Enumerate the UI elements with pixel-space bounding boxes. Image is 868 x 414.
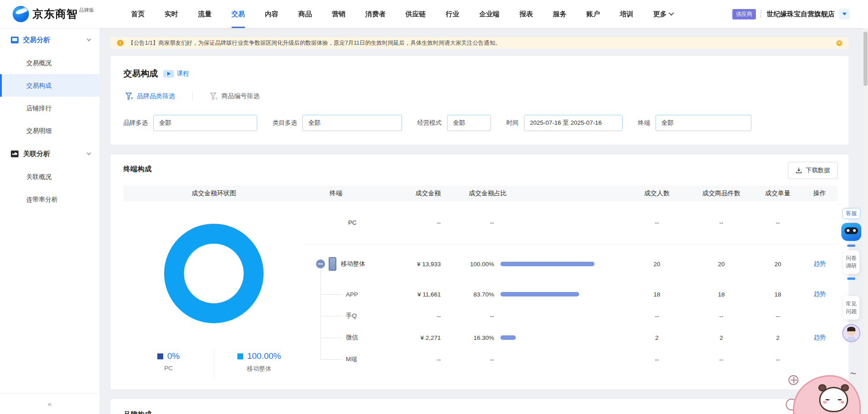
filter-input-品牌多选[interactable]: 全部 xyxy=(153,115,257,131)
orders-cell: 2 xyxy=(754,334,802,341)
filter-tabs: R品牌品类筛选S商品编号筛选 xyxy=(123,91,836,101)
nav-item-企业端[interactable]: 企业端 xyxy=(469,0,509,28)
nav-item-行业[interactable]: 行业 xyxy=(436,0,469,28)
minimize-handle-2[interactable] xyxy=(847,278,855,280)
orders-cell: -- xyxy=(754,219,802,226)
users-cell: 20 xyxy=(625,261,689,268)
legend-item-移动整体: 100.00%移动整体 xyxy=(214,349,305,377)
column-header-操作: 操作 xyxy=(802,189,838,198)
nav-item-供应链[interactable]: 供应链 xyxy=(396,0,436,28)
trend-link[interactable]: 趋势 xyxy=(814,334,826,341)
nav-item-消费者[interactable]: 消费者 xyxy=(355,0,396,28)
action-cell: 趋势 xyxy=(802,260,838,268)
main-content: ! 【公告1/1】商家朋友们好，为保证品牌版行业竞争数据区间化升级后的数据体验，… xyxy=(99,28,868,414)
assistant-avatar[interactable] xyxy=(842,324,860,342)
table-row-APP: APP¥ 11,66183.70%181818趋势 xyxy=(304,283,838,305)
ratio-cell: -- xyxy=(449,313,625,320)
nav-item-营销[interactable]: 营销 xyxy=(322,0,355,28)
sidebar-item-店铺排行[interactable]: 店铺排行 xyxy=(0,97,99,119)
ratio-percent: -- xyxy=(449,356,494,363)
items-cell: 18 xyxy=(689,291,754,298)
trend-link[interactable]: 趋势 xyxy=(814,260,826,267)
chevron-down-icon xyxy=(669,10,674,15)
filter-tab-品牌品类筛选[interactable]: R品牌品类筛选 xyxy=(123,92,177,100)
table-row-移动整体: 移动整体¥ 13,933100.00%202020趋势 xyxy=(304,245,838,283)
shop-switch-dropdown[interactable] xyxy=(839,9,850,19)
role-badge: 供应商 xyxy=(732,9,756,19)
page-scrollbar[interactable] xyxy=(863,28,868,414)
survey-button[interactable]: 问卷调研 xyxy=(843,250,859,274)
items-cell: -- xyxy=(689,313,754,320)
sidebar-section-交易分析[interactable]: 交易分析 xyxy=(0,28,99,52)
nav-item-培训[interactable]: 培训 xyxy=(610,0,643,28)
sidebar-item-交易概况[interactable]: 交易概况 xyxy=(0,52,99,74)
filter-card: 交易构成 课程 R品牌品类筛选S商品编号筛选 品牌多选全部类目多选全部经营模式全… xyxy=(111,56,849,145)
legend-item-PC: 0%PC xyxy=(123,349,214,377)
nav-item-实时[interactable]: 实时 xyxy=(155,0,188,28)
column-header-成交单量: 成交单量 xyxy=(754,189,802,198)
logo-text: 京东商智 xyxy=(33,5,78,23)
items-cell: 20 xyxy=(689,261,754,268)
nav-item-首页[interactable]: 首页 xyxy=(121,0,155,28)
table-row-PC: PC---------- xyxy=(304,201,838,245)
sidebar-item-关联概况[interactable]: 关联概况 xyxy=(0,165,99,188)
nav-item-交易[interactable]: 交易 xyxy=(222,0,255,28)
customer-service-label[interactable]: 客服 xyxy=(842,208,860,219)
amount-cell: -- xyxy=(368,219,449,226)
filter-input-时间[interactable]: 2025-07-16 至 2025-07-16 xyxy=(524,115,623,131)
funnel-icon: R xyxy=(125,92,133,100)
nav-item-商品[interactable]: 商品 xyxy=(288,0,322,28)
amount-cell: ¥ 11,661 xyxy=(368,291,449,298)
collapse-minus-icon[interactable] xyxy=(316,259,325,268)
announcement-text: 【公告1/1】商家朋友们好，为保证品牌版行业竞争数据区间化升级后的数据体验，原定… xyxy=(128,39,836,47)
caret-down-icon xyxy=(842,13,847,15)
nav-item-内容[interactable]: 内容 xyxy=(255,0,288,28)
panda-face xyxy=(819,387,848,412)
nav-item-更多[interactable]: 更多 xyxy=(643,0,683,28)
sidebar-collapse-button[interactable]: « xyxy=(0,393,99,414)
ratio-percent: -- xyxy=(449,313,494,320)
orders-cell: -- xyxy=(754,356,802,363)
ratio-bar xyxy=(500,262,594,266)
nav-item-报表[interactable]: 报表 xyxy=(509,0,543,28)
users-cell: 2 xyxy=(625,334,689,341)
chatbot-icon[interactable] xyxy=(841,223,861,241)
faq-button[interactable]: 常见问题 xyxy=(843,296,859,320)
legend-swatch xyxy=(237,353,243,359)
users-cell: -- xyxy=(625,219,689,226)
logo-edition-badge: 品牌版 xyxy=(79,7,94,13)
filter-input-终端[interactable]: 全部 xyxy=(656,115,751,131)
brand-composition-card: 品牌构成 xyxy=(111,399,849,414)
download-data-button[interactable]: 下载数据 xyxy=(788,162,838,179)
nav-item-服务[interactable]: 服务 xyxy=(543,0,576,28)
orders-cell: 18 xyxy=(754,291,802,298)
orders-cell: 20 xyxy=(754,261,802,268)
filter-tab-商品编号筛选[interactable]: S商品编号筛选 xyxy=(208,92,261,100)
scrollbar-thumb[interactable] xyxy=(863,32,868,86)
terminal-name: 微信 xyxy=(346,334,358,342)
top-nav: 首页实时流量交易内容商品营销消费者供应链行业企业端报表服务账户培训更多 xyxy=(121,0,683,28)
ratio-percent: 100.00% xyxy=(449,261,494,268)
action-cell: 趋势 xyxy=(802,334,838,342)
sidebar-item-连带率分析[interactable]: 连带率分析 xyxy=(0,188,99,211)
sidebar-item-交易明细[interactable]: 交易明细 xyxy=(0,119,99,142)
filter-group-品牌多选: 品牌多选全部 xyxy=(123,115,257,131)
filter-label: 时间 xyxy=(506,119,519,127)
filter-row: 品牌多选全部类目多选全部经营模式全部时间2025-07-16 至 2025-07… xyxy=(123,115,836,131)
terminal-cell: M端 xyxy=(304,348,368,370)
announcement-icon: ! xyxy=(117,40,123,46)
association-analysis-icon xyxy=(11,151,19,157)
trend-link[interactable]: 趋势 xyxy=(814,291,826,297)
minimize-handle[interactable] xyxy=(847,245,855,247)
filter-input-类目多选[interactable]: 全部 xyxy=(302,115,402,131)
ratio-percent: -- xyxy=(449,219,494,226)
terminal-cell: APP xyxy=(304,283,368,305)
sidebar-item-交易构成[interactable]: 交易构成 xyxy=(0,74,99,97)
nav-item-账户[interactable]: 账户 xyxy=(576,0,610,28)
filter-input-经营模式[interactable]: 全部 xyxy=(447,115,491,131)
nav-item-流量[interactable]: 流量 xyxy=(188,0,222,28)
sidebar-section-关联分析[interactable]: 关联分析 xyxy=(0,142,99,165)
course-link[interactable]: 课程 xyxy=(163,70,189,78)
announcement-close-icon[interactable]: ✕ xyxy=(836,40,842,46)
floating-toolbar: 客服 问卷调研 常见问题 xyxy=(841,208,862,342)
